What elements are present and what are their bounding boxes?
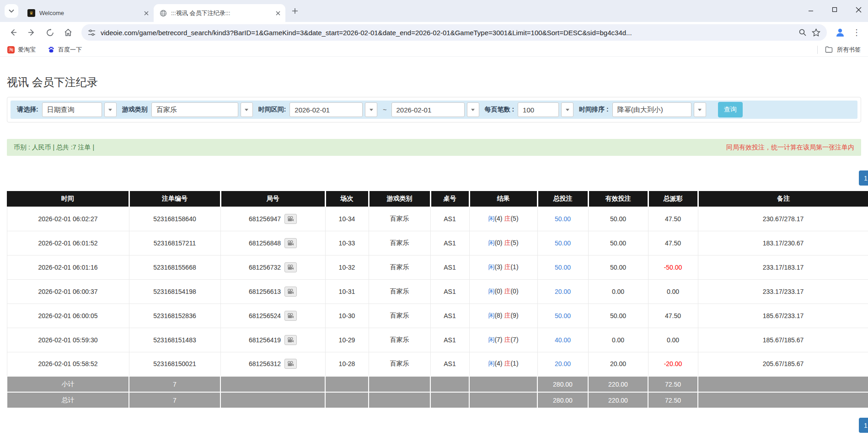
forward-button[interactable] [23, 24, 40, 41]
cell-game-type: 百家乐 [369, 328, 430, 352]
cell-result: 闲(4) 庄(1) [469, 352, 537, 376]
per-page-select[interactable]: 100 [518, 102, 573, 117]
profile-avatar[interactable] [831, 24, 849, 41]
maximize-icon [832, 7, 837, 12]
query-mode-value[interactable]: 日期查询 [42, 102, 102, 117]
cell-time: 2026-02-01 06:02:27 [7, 207, 129, 231]
date-start-select[interactable]: 2026-02-01 [289, 102, 377, 117]
replay-button[interactable] [284, 262, 297, 272]
all-bookmarks[interactable]: 所有书签 [817, 46, 861, 54]
cell-result: 闲(0) 庄(0) [469, 279, 537, 303]
chevron-down-icon[interactable] [104, 102, 117, 117]
subtotal-payout: 72.50 [648, 376, 698, 392]
chevron-down-icon[interactable] [467, 102, 479, 117]
chevron-down-icon[interactable] [561, 102, 573, 117]
reload-button[interactable] [41, 24, 59, 41]
chevron-down-icon[interactable] [365, 102, 377, 117]
replay-button[interactable] [284, 359, 297, 369]
sort-select[interactable]: 降幂(由大到小) [612, 102, 706, 117]
cell-total-bet-link[interactable]: 50.00 [537, 303, 588, 328]
game-kind-select[interactable]: 百家乐 [151, 102, 253, 117]
new-tab-button[interactable] [288, 4, 302, 18]
chevron-down-icon[interactable] [241, 102, 253, 117]
notice-text: 同局有效投注，统一计算在该局第一张注单内 [726, 144, 854, 152]
replay-button[interactable] [284, 214, 297, 224]
cell-total-bet-link[interactable]: 50.00 [537, 207, 588, 231]
taobao-icon: 淘 [7, 46, 15, 53]
bookmark-baidu[interactable]: 百度一下 [48, 46, 82, 54]
browser-tab-strip: ♛ Welcome :::视讯 会员下注纪录::: [0, 0, 868, 22]
cell-total-bet-link[interactable]: 50.00 [537, 231, 588, 255]
close-button[interactable] [852, 4, 864, 16]
url-text[interactable]: videoie.com/game/betrecord_search/kind3?… [101, 29, 793, 37]
cell-total-bet-link[interactable]: 40.00 [537, 328, 588, 352]
col-time: 时间 [7, 191, 129, 207]
query-mode-select[interactable]: 日期查询 [42, 102, 117, 117]
table-row: 2026-02-01 05:59:30 523168151483 6812564… [7, 328, 868, 352]
cell-note: 233.17/233.17 [698, 279, 868, 303]
cell-payout: -20.00 [648, 352, 698, 376]
cell-round-no: 681256848 [220, 231, 325, 255]
cell-table-no: AS1 [430, 231, 469, 255]
cell-result: 闲(0) 庄(5) [469, 231, 537, 255]
per-page-value[interactable]: 100 [518, 102, 559, 117]
date-end-select[interactable]: 2026-02-01 [391, 102, 479, 117]
cell-result: 闲(3) 庄(1) [469, 255, 537, 279]
date-start-value[interactable]: 2026-02-01 [289, 102, 363, 117]
chevron-down-icon[interactable] [694, 102, 706, 117]
cell-note: 230.67/278.17 [698, 207, 868, 231]
game-kind-value[interactable]: 百家乐 [151, 102, 238, 117]
tab-search-button[interactable] [5, 4, 18, 18]
range-tilde: ~ [383, 106, 386, 113]
replay-button[interactable] [284, 287, 297, 297]
folder-icon [825, 46, 833, 53]
page-button-1[interactable]: 1 [859, 170, 868, 186]
plus-icon [292, 8, 298, 14]
sort-value[interactable]: 降幂(由大到小) [612, 102, 691, 117]
maximize-button[interactable] [829, 4, 841, 16]
tab-welcome[interactable]: ♛ Welcome [22, 4, 154, 22]
replay-button[interactable] [284, 311, 297, 321]
tab-close-icon[interactable] [274, 9, 282, 17]
cell-note: 185.67/233.17 [698, 303, 868, 328]
cell-valid-bet: 0.00 [588, 328, 648, 352]
video-icon [287, 216, 294, 222]
date-end-value[interactable]: 2026-02-01 [391, 102, 465, 117]
total-row: 总计 7 280.00 220.00 72.50 [7, 392, 868, 408]
minimize-button[interactable] [805, 4, 817, 16]
cell-payout: 0.00 [648, 328, 698, 352]
cell-total-bet-link[interactable]: 50.00 [537, 255, 588, 279]
replay-button[interactable] [284, 238, 297, 248]
table-row: 2026-02-01 06:02:27 523168158640 6812569… [7, 207, 868, 231]
table-header-row: 时间 注单编号 局号 场次 游戏类别 桌号 结果 总投注 有效投注 总派彩 备注 [7, 191, 868, 207]
pagination-top: 1 [0, 170, 868, 186]
tab-betrecord[interactable]: :::视讯 会员下注纪录::: [154, 4, 285, 22]
baidu-paw-icon [48, 46, 55, 53]
subtotal-total-bet: 280.00 [537, 376, 588, 392]
game-kind-label: 游戏类别 [122, 106, 148, 114]
cell-bet-no: 523168151483 [129, 328, 220, 352]
col-valid-bet: 有效投注 [588, 191, 648, 207]
tab-title: :::视讯 会员下注纪录::: [171, 9, 270, 17]
bookmark-taobao[interactable]: 淘 爱淘宝 [7, 46, 36, 54]
cell-session: 10-31 [325, 279, 369, 303]
url-bar[interactable]: videoie.com/game/betrecord_search/kind3?… [81, 24, 827, 41]
zoom-icon[interactable] [798, 28, 807, 37]
tab-close-icon[interactable] [142, 9, 150, 17]
video-icon [287, 289, 294, 294]
cell-time: 2026-02-01 06:00:37 [7, 279, 129, 303]
site-settings-icon[interactable] [88, 29, 96, 37]
col-game-type: 游戏类别 [369, 191, 430, 207]
bookmark-star-icon[interactable] [812, 28, 820, 37]
browser-menu-button[interactable]: ⋮ [850, 27, 863, 37]
home-button[interactable] [59, 24, 77, 41]
cell-total-bet-link[interactable]: 20.00 [537, 279, 588, 303]
search-button[interactable]: 查询 [718, 102, 743, 117]
replay-button[interactable] [284, 335, 297, 345]
back-button[interactable] [5, 24, 22, 41]
page-button-1[interactable]: 1 [859, 418, 868, 433]
cell-table-no: AS1 [430, 328, 469, 352]
cell-total-bet-link[interactable]: 20.00 [537, 352, 588, 376]
table-row: 2026-02-01 06:01:52 523168157211 6812568… [7, 231, 868, 255]
cell-result: 闲(4) 庄(5) [469, 207, 537, 231]
